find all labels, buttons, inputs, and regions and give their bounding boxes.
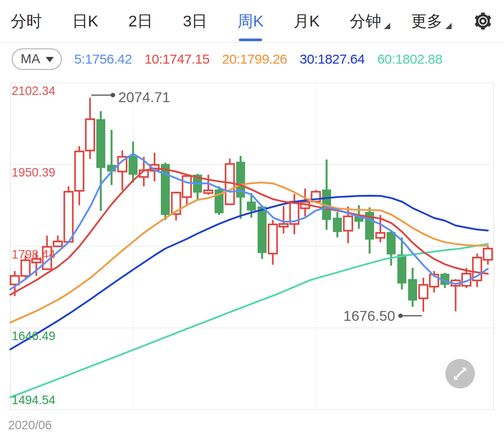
- candle-up: [269, 224, 277, 254]
- y-axis-label: 1950.39: [12, 166, 56, 179]
- candle-up: [280, 224, 288, 227]
- high-annotation-label: 2074.71: [118, 89, 170, 105]
- tab-monthly-k[interactable]: 月K: [293, 0, 319, 43]
- candle-up: [86, 119, 95, 151]
- settings-gear-icon[interactable]: [473, 11, 493, 31]
- tab-minute-line[interactable]: 分时: [11, 0, 42, 43]
- candlestick-chart-area[interactable]: 2074.711676.502102.341950.391798.441646.…: [0, 75, 504, 439]
- chevron-down-icon: [46, 57, 54, 62]
- candle-up: [204, 190, 213, 193]
- candle-down: [96, 119, 105, 168]
- y-axis-label: 1494.54: [12, 393, 56, 407]
- chart-period-tabbar: 分时 日K 2日 3日 周K 月K 分钟 更多: [0, 0, 504, 43]
- ma60-value: 60:1802.88: [377, 52, 442, 67]
- ma-button-label: MA: [21, 52, 40, 66]
- candle-down: [129, 156, 138, 175]
- ma-line-ma30: [10, 196, 488, 349]
- tab-3day-k[interactable]: 3日: [183, 0, 207, 43]
- ma5-value: 5:1756.42: [74, 52, 132, 67]
- tab-minutes-dropdown[interactable]: 分钟: [350, 0, 381, 43]
- active-tab-underline: [239, 39, 262, 41]
- low-annotation-dot: [398, 314, 403, 318]
- candle-up: [54, 242, 62, 246]
- tab-minutes-label: 分钟: [350, 12, 381, 30]
- candle-up: [75, 151, 84, 191]
- ma-selector-button[interactable]: MA: [12, 48, 62, 70]
- tab-weekly-k-label: 周K: [237, 12, 263, 30]
- dropdown-triangle-icon: [384, 23, 390, 29]
- high-annotation-dot: [111, 93, 115, 97]
- dropdown-triangle-icon: [445, 23, 452, 29]
- candle-down: [258, 207, 267, 253]
- candle-down: [397, 255, 406, 284]
- ma-line-ma60: [10, 244, 488, 397]
- y-axis-label: 2102.34: [12, 84, 56, 98]
- fullscreen-expand-button[interactable]: [445, 359, 475, 388]
- candle-up: [344, 216, 353, 231]
- tab-2day-k[interactable]: 2日: [129, 0, 153, 43]
- low-annotation-label: 1676.50: [343, 308, 395, 324]
- tab-more-label: 更多: [411, 12, 443, 30]
- ma10-value: 10:1747.15: [144, 52, 209, 67]
- ma-indicator-bar: MA 5:1756.42 10:1747.15 20:1799.26 30:18…: [0, 43, 504, 75]
- candle-down: [408, 279, 417, 301]
- candle-up: [376, 233, 385, 238]
- candle-down: [247, 202, 256, 211]
- candle-up: [22, 260, 30, 276]
- tab-more-dropdown[interactable]: 更多: [411, 0, 443, 43]
- candle-up: [183, 176, 191, 197]
- candle-up: [419, 285, 428, 298]
- candle-down: [333, 218, 342, 232]
- ma20-value: 20:1799.26: [222, 52, 287, 67]
- candle-down: [161, 164, 170, 215]
- tab-daily-k[interactable]: 日K: [72, 0, 98, 43]
- candle-down: [387, 232, 396, 255]
- y-axis-label: 1646.49: [12, 329, 56, 343]
- x-axis-label: 2020/06: [8, 418, 52, 432]
- tab-weekly-k[interactable]: 周K: [237, 0, 263, 43]
- candle-up: [484, 249, 492, 260]
- candle-up: [65, 192, 73, 242]
- candle-up: [11, 276, 19, 285]
- ma30-value: 30:1827.64: [300, 52, 365, 67]
- weekly-candlestick-chart: 2074.711676.502102.341950.391798.441646.…: [0, 75, 504, 439]
- y-axis-label: 1798.44: [12, 248, 56, 261]
